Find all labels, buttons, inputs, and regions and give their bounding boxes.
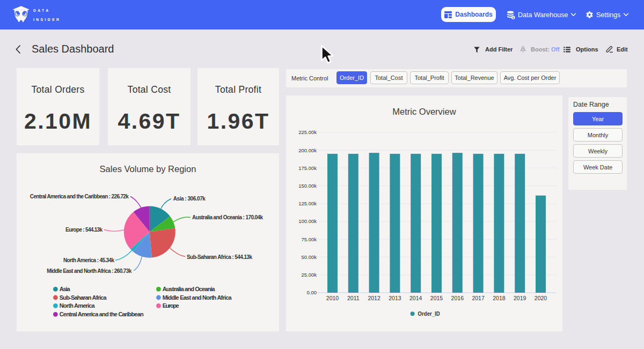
svg-text:2018: 2018 bbox=[493, 295, 506, 301]
svg-text:North America : 45.34k: North America : 45.34k bbox=[63, 257, 114, 263]
svg-text:North America: North America bbox=[60, 302, 96, 309]
svg-text:2019: 2019 bbox=[514, 295, 526, 301]
svg-text:Order_ID: Order_ID bbox=[418, 310, 440, 317]
svg-text:2010: 2010 bbox=[326, 295, 339, 301]
svg-text:2015: 2015 bbox=[430, 295, 443, 301]
svg-text:Asia: Asia bbox=[60, 286, 71, 292]
svg-text:2014: 2014 bbox=[409, 295, 422, 301]
svg-text:0.00: 0.00 bbox=[307, 289, 317, 295]
svg-text:Europe : 544.13k: Europe : 544.13k bbox=[65, 227, 103, 233]
svg-text:225.00k: 225.00k bbox=[298, 129, 317, 135]
svg-text:2012: 2012 bbox=[368, 295, 380, 301]
svg-text:Middle East and North Africa: Middle East and North Africa bbox=[163, 294, 232, 301]
svg-text:Sales Volume by Region: Sales Volume by Region bbox=[100, 164, 196, 174]
svg-text:2020: 2020 bbox=[535, 295, 547, 301]
svg-text:25.00k: 25.00k bbox=[301, 272, 317, 278]
svg-text:100.00k: 100.00k bbox=[298, 218, 317, 224]
svg-text:Asia : 306.07k: Asia : 306.07k bbox=[173, 196, 206, 202]
svg-text:Sub-Saharan Africa : 544.13k: Sub-Saharan Africa : 544.13k bbox=[187, 254, 252, 260]
svg-text:Middle East and North Africa :: Middle East and North Africa : 260.73k bbox=[47, 268, 131, 274]
svg-text:Central America and the Caribb: Central America and the Caribbean : 226.… bbox=[30, 194, 129, 199]
svg-text:50.00k: 50.00k bbox=[301, 254, 317, 260]
svg-text:Central America and the Caribb: Central America and the Caribbean bbox=[60, 311, 144, 317]
svg-text:2011: 2011 bbox=[347, 295, 360, 301]
svg-text:175.00k: 175.00k bbox=[298, 165, 317, 171]
svg-text:150.00k: 150.00k bbox=[298, 183, 317, 189]
svg-text:2013: 2013 bbox=[389, 295, 401, 301]
svg-text:Europe: Europe bbox=[163, 302, 179, 309]
svg-text:Australia and Oceania : 170.04: Australia and Oceania : 170.04k bbox=[192, 214, 263, 220]
svg-text:200.00k: 200.00k bbox=[298, 147, 317, 153]
svg-text:Metric Overview: Metric Overview bbox=[392, 107, 456, 116]
svg-text:Sub-Saharan Africa: Sub-Saharan Africa bbox=[60, 294, 107, 301]
svg-text:2017: 2017 bbox=[472, 295, 485, 301]
svg-text:75.00k: 75.00k bbox=[301, 236, 317, 242]
svg-text:2016: 2016 bbox=[451, 295, 464, 301]
svg-text:Australia and Oceania: Australia and Oceania bbox=[163, 286, 216, 292]
svg-text:125.00k: 125.00k bbox=[298, 201, 317, 206]
